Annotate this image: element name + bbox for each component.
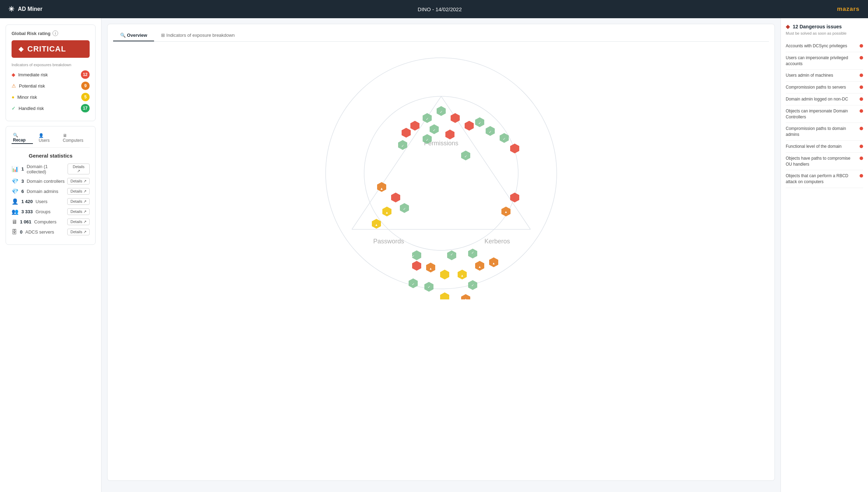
viz-container: Permissions Passwords Kerberos (113, 47, 769, 299)
stat-row: 💎 6 Domain admins Details ↗ (12, 188, 90, 195)
details-button[interactable]: Details ↗ (68, 164, 90, 174)
details-button[interactable]: Details ↗ (67, 178, 90, 185)
issue-row[interactable]: Functional level of the domain (786, 141, 863, 153)
global-risk-title: Global Risk rating i (12, 30, 90, 36)
danger-icon: ◆ (786, 23, 790, 30)
danger-title: 12 Dangerous issues (793, 24, 842, 29)
issue-dot (860, 44, 863, 48)
stat-row: 🗄 0 ADCS servers Details ↗ (12, 229, 90, 235)
stat-num: 6 (21, 189, 24, 194)
svg-point-0 (326, 58, 557, 289)
stat-num: 3 333 (21, 209, 33, 214)
svg-text:▲: ▲ (492, 262, 495, 265)
risk-count: 9 (81, 82, 90, 90)
network-viz: Permissions Passwords Kerberos (312, 47, 571, 299)
stat-row: 📊 1 Domain (1 collected) Details ↗ (12, 164, 90, 174)
risk-list: ◆ Immediate risk 12 ⚠ Potential risk 9 ●… (12, 70, 90, 112)
page-title: DINO - 14/02/2022 (418, 6, 462, 12)
risk-count: 17 (81, 104, 90, 112)
stats-tab-users[interactable]: 👤 Users (37, 132, 57, 144)
risk-row-left: ◆ Immediate risk (12, 72, 48, 77)
critical-label: CRITICAL (27, 44, 66, 54)
svg-text:✓: ✓ (471, 251, 474, 255)
risk-count: 5 (81, 93, 90, 101)
stats-list: 📊 1 Domain (1 collected) Details ↗ 💎 3 D… (12, 164, 90, 235)
svg-marker-9 (465, 121, 474, 131)
details-button[interactable]: Details ↗ (67, 198, 90, 205)
svg-text:▲: ▲ (460, 274, 464, 277)
issue-text: Compromission paths to domain admins (786, 126, 857, 138)
issue-row[interactable]: Users admin of machines (786, 70, 863, 82)
risk-row: ● Minor risk 5 (12, 93, 90, 101)
issue-text: Compromission paths to servers (786, 84, 857, 90)
main-tab-overview[interactable]: 🔍 Overview (113, 30, 154, 41)
issue-row[interactable]: Accounts with DCSync privileges (786, 40, 863, 52)
issue-row[interactable]: Objects have paths to compromise OU hand… (786, 153, 863, 171)
main-layout: Global Risk rating i ◆ CRITICAL Indicato… (0, 18, 868, 492)
stat-label: 💎 3 Domain controllers (12, 178, 65, 185)
issue-dot (860, 157, 863, 160)
issue-row[interactable]: Compromission paths to domain admins (786, 123, 863, 141)
issue-dot (860, 56, 863, 60)
svg-text:▲: ▲ (504, 210, 507, 214)
stat-label: 📊 1 Domain (1 collected) (12, 164, 68, 174)
svg-text:✓: ✓ (426, 117, 429, 121)
details-button[interactable]: Details ↗ (67, 229, 90, 235)
stat-row: 👤 1 420 Users Details ↗ (12, 198, 90, 205)
stats-title: General statistics (12, 153, 90, 159)
details-button[interactable]: Details ↗ (67, 208, 90, 215)
svg-text:✓: ✓ (471, 283, 474, 287)
issue-row[interactable]: Objects can impersonate Domain Controlle… (786, 105, 863, 123)
issue-dot (860, 74, 863, 77)
issue-row[interactable]: Objects that can perform a RBCD attack o… (786, 170, 863, 188)
issue-text: Functional level of the domain (786, 144, 857, 150)
stats-tab-computers[interactable]: 🖥 Computers (61, 132, 90, 144)
stats-tab-recap[interactable]: 🔍 Recap (12, 132, 33, 144)
svg-text:✓: ✓ (450, 252, 453, 256)
issue-row[interactable]: Domain admin logged on non-DC (786, 93, 863, 105)
stats-tabs: 🔍 Recap👤 Users🖥 Computers (12, 132, 90, 148)
critical-badge: ◆ CRITICAL (12, 40, 90, 58)
risk-label: Handled risk (19, 106, 44, 111)
info-icon[interactable]: i (53, 30, 58, 36)
svg-text:▲: ▲ (478, 265, 481, 269)
svg-text:✓: ✓ (412, 254, 415, 258)
stat-label: 🖥 1 061 Computers (12, 219, 56, 225)
stat-icon: 🗄 (12, 229, 17, 235)
passwords-label: Passwords (373, 238, 404, 245)
stat-num: 0 (20, 229, 22, 235)
brand-label: mazars (837, 6, 860, 13)
details-button[interactable]: Details ↗ (67, 188, 90, 195)
issue-dot (860, 127, 863, 130)
svg-text:✓: ✓ (503, 137, 506, 141)
svg-text:▲: ▲ (375, 223, 378, 227)
svg-marker-21 (391, 193, 400, 202)
svg-point-1 (364, 96, 518, 250)
global-risk-card: Global Risk rating i ◆ CRITICAL Indicato… (6, 25, 96, 121)
risk-label: Minor risk (17, 95, 37, 100)
topnav: ✳ AD Miner DINO - 14/02/2022 mazars (0, 0, 868, 18)
svg-marker-29 (440, 270, 449, 279)
risk-symbol: ● (12, 94, 14, 100)
svg-text:✓: ✓ (464, 154, 467, 158)
main-tab-indicators-of-exposure-breakdown[interactable]: ⊞ Indicators of exposure breakdown (154, 30, 242, 41)
logo-icon: ✳ (8, 5, 14, 13)
issue-row[interactable]: Users can impersonate privileged account… (786, 52, 863, 70)
svg-text:✓: ✓ (426, 138, 429, 142)
details-button[interactable]: Details ↗ (67, 219, 90, 225)
stat-icon: 👥 (12, 208, 19, 215)
issue-text: Objects that can perform a RBCD attack o… (786, 173, 857, 185)
stat-icon: 🖥 (12, 219, 17, 225)
danger-subtitle: Must be solved as soon as possible (786, 31, 863, 35)
svg-text:✓: ✓ (489, 130, 492, 134)
issue-row[interactable]: Compromission paths to servers (786, 82, 863, 93)
svg-text:✓: ✓ (403, 207, 406, 211)
stat-num: 1 (21, 166, 24, 172)
risk-count: 12 (81, 70, 90, 79)
svg-text:✓: ✓ (478, 121, 481, 125)
stat-label: 👤 1 420 Users (12, 198, 48, 205)
left-panel: Global Risk rating i ◆ CRITICAL Indicato… (0, 18, 102, 492)
app-logo: ✳ AD Miner (8, 5, 42, 13)
stat-num: 3 (21, 179, 24, 184)
svg-marker-16 (445, 130, 454, 139)
